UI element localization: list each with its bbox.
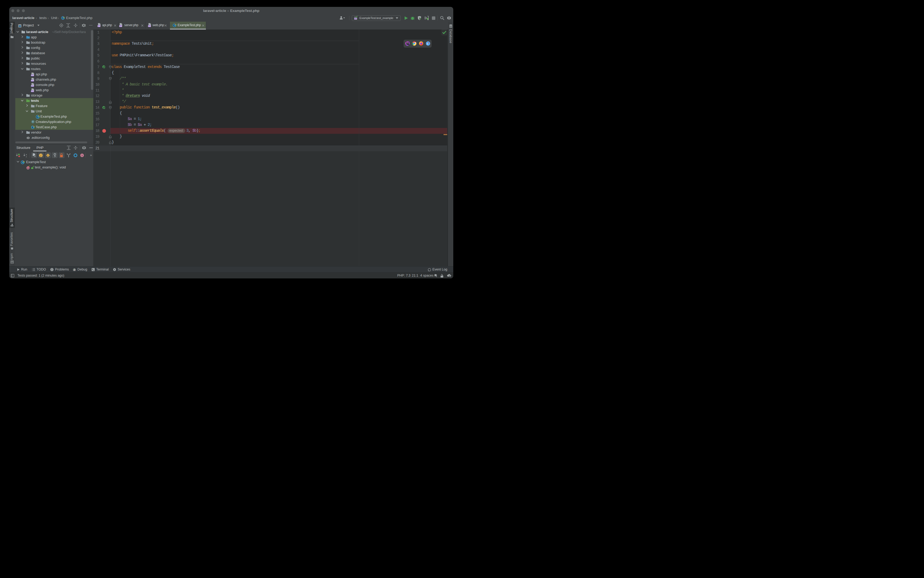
svg-text:λ: λ	[81, 154, 83, 157]
svg-text:?: ?	[449, 275, 450, 276]
svg-text:m: m	[27, 167, 29, 169]
svg-text:PHP: PHP	[31, 91, 34, 92]
svg-text:PHP: PHP	[119, 25, 122, 27]
svg-text:PHP: PHP	[31, 85, 34, 87]
svg-text:z: z	[26, 156, 27, 157]
svg-text:PS: PS	[407, 42, 409, 44]
svg-text:PHP: PHP	[31, 80, 34, 81]
svg-text:PHP: PHP	[97, 25, 101, 27]
svg-text:PHP: PHP	[31, 75, 34, 76]
svg-text:PHP: PHP	[148, 25, 151, 27]
svg-text:PHP: PHP	[354, 18, 357, 20]
svg-text:T: T	[32, 120, 34, 123]
svg-text:c: c	[47, 154, 49, 156]
